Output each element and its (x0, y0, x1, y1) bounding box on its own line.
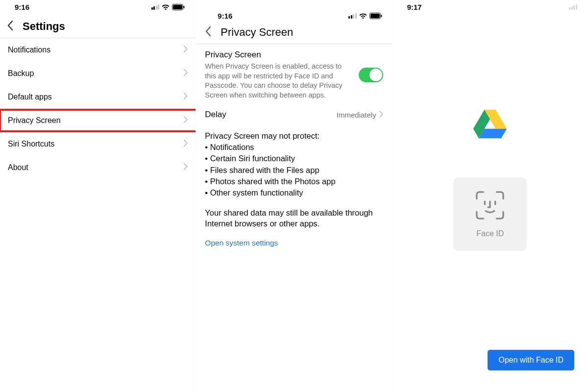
row-label: Siri Shortcuts (8, 140, 54, 148)
row-label: Default apps (8, 93, 52, 101)
status-time: 9:16 (218, 12, 232, 20)
settings-row-siri-shortcuts[interactable]: Siri Shortcuts (0, 132, 196, 156)
wifi-icon (359, 13, 367, 19)
row-label: About (8, 163, 28, 172)
chevron-right-icon (184, 46, 188, 54)
svg-rect-5 (381, 15, 382, 17)
settings-screen: 9:16 Settings Notifications Backup (0, 0, 196, 392)
chevron-right-icon (184, 93, 188, 101)
privacy-toggle-row: Privacy Screen When Privacy Screen is en… (205, 50, 383, 100)
settings-row-privacy-screen[interactable]: Privacy Screen (0, 109, 196, 132)
svg-rect-4 (370, 14, 380, 18)
privacy-content: Privacy Screen When Privacy Screen is en… (196, 44, 392, 253)
wifi-icon (162, 4, 170, 10)
not-protect-block: Privacy Screen may not protect: Notifica… (205, 130, 383, 198)
cellular-icon (151, 4, 160, 10)
section-description: When Privacy Screen is enabled, access t… (205, 62, 351, 100)
page-title: Privacy Screen (220, 26, 293, 39)
privacy-toggle[interactable] (359, 68, 383, 82)
svg-rect-2 (184, 6, 185, 8)
cellular-icon (569, 4, 577, 10)
chevron-right-icon (184, 116, 188, 125)
cellular-icon (348, 13, 357, 19)
nav-header: Settings (0, 13, 196, 38)
row-label: Backup (8, 69, 34, 78)
faceid-icon (475, 190, 505, 222)
settings-row-default-apps[interactable]: Default apps (0, 85, 196, 109)
row-label: Notifications (8, 46, 50, 54)
settings-list: Notifications Backup Default apps Privac… (0, 38, 196, 179)
section-title: Privacy Screen (205, 50, 351, 60)
battery-icon (172, 4, 185, 10)
settings-row-notifications[interactable]: Notifications (0, 38, 196, 62)
google-drive-logo-icon (472, 109, 508, 139)
faceid-card: Face ID (453, 177, 527, 251)
status-time: 9:16 (15, 3, 29, 11)
delay-row[interactable]: Delay Immediately (205, 110, 383, 120)
not-protect-heading: Privacy Screen may not protect: (205, 130, 383, 142)
settings-row-backup[interactable]: Backup (0, 62, 196, 85)
settings-row-about[interactable]: About (0, 156, 196, 179)
not-protect-item: Other system functionality (205, 187, 383, 198)
delay-value: Immediately (337, 111, 376, 119)
delay-label: Delay (205, 110, 226, 120)
status-bar: 9:16 (196, 0, 392, 22)
privacy-screen-settings: 9:16 Privacy Screen Privacy Screen When … (196, 0, 392, 392)
open-system-settings-link[interactable]: Open system settings (205, 239, 383, 247)
not-protect-item: Files shared with the Files app (205, 165, 383, 176)
chevron-right-icon (184, 69, 188, 78)
faceid-lock-screen: 9:17 (392, 0, 588, 392)
battery-icon (369, 13, 382, 19)
not-protect-item: Notifications (205, 142, 383, 153)
chevron-right-icon (184, 163, 188, 172)
not-protect-item: Certain Siri functionality (205, 153, 383, 164)
page-title: Settings (23, 20, 65, 33)
nav-header: Privacy Screen (196, 22, 392, 44)
chevron-right-icon (184, 140, 188, 148)
status-bar: 9:17 (392, 0, 588, 13)
row-label: Privacy Screen (8, 116, 61, 125)
not-protect-item: Photos shared with the Photos app (205, 176, 383, 187)
faceid-label: Face ID (476, 229, 504, 238)
back-button[interactable] (205, 26, 212, 39)
back-button[interactable] (7, 20, 14, 33)
open-with-faceid-button[interactable]: Open with Face ID (488, 350, 574, 370)
status-time: 9:17 (407, 3, 422, 11)
svg-rect-1 (173, 5, 182, 9)
status-bar: 9:16 (0, 0, 196, 13)
shared-data-note: Your shared data may still be available … (205, 207, 383, 229)
chevron-right-icon (379, 111, 383, 119)
